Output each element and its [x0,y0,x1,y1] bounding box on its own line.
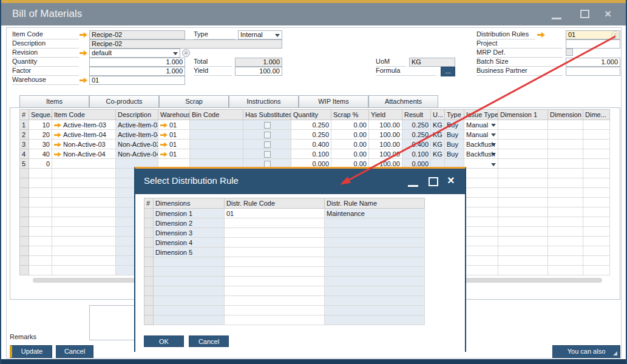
empty-cell[interactable] [498,207,548,217]
dimension-cell[interactable]: Dimension 5 [154,248,225,257]
empty-cell[interactable] [464,256,498,266]
empty-cell[interactable] [29,227,52,237]
empty-cell[interactable] [498,188,548,198]
col-header-dimension-1[interactable]: Dimension 1 [498,110,548,120]
description-cell[interactable]: Active-Item-03 [116,120,158,130]
warehouse-cell[interactable]: 01 [158,140,190,149]
col-header-result[interactable]: Result [402,110,431,120]
link-arrow-icon[interactable] [54,143,61,147]
empty-cell[interactable] [225,286,325,296]
empty-cell[interactable] [498,178,548,188]
empty-cell[interactable] [225,257,325,267]
formula-browse-button[interactable]: ... [441,67,455,76]
empty-cell[interactable] [498,237,548,246]
empty-cell[interactable] [583,266,610,275]
yield-field[interactable]: 100.00 [235,67,282,76]
col-header-scrap[interactable]: Scrap % [331,110,369,120]
dimension-1-cell[interactable] [498,159,548,169]
empty-cell[interactable] [583,237,610,246]
empty-cell[interactable] [52,266,116,275]
substitute-checkbox[interactable] [264,122,271,129]
dialog-maximize-button[interactable] [424,169,442,194]
dimension-2-cell[interactable] [548,140,583,149]
you-can-also-button[interactable]: You can also [552,345,620,358]
quantity-cell[interactable]: 0.250 [291,120,331,130]
empty-cell[interactable] [325,315,425,325]
col-header-warehouse[interactable]: Warehouse [158,110,190,120]
dimension-cell[interactable]: Dimension 1 [154,209,225,218]
rule-code-cell[interactable] [225,248,325,257]
scrap-cell[interactable]: 0.00 [331,130,369,140]
rule-name-cell[interactable] [325,228,425,238]
dime-cell[interactable] [583,140,610,149]
empty-cell[interactable] [498,169,548,178]
empty-cell[interactable] [548,188,583,198]
empty-cell[interactable] [52,237,116,246]
empty-cell[interactable] [583,198,610,207]
empty-cell[interactable] [464,188,498,198]
col-header-dime[interactable]: Dime... [583,110,610,120]
description-cell[interactable]: Active-Item-04 [116,130,158,140]
dimension-2-cell[interactable] [548,120,583,130]
description-cell[interactable]: Non-Active-03 [116,140,158,149]
empty-cell[interactable] [548,217,583,227]
empty-cell[interactable] [29,198,52,207]
empty-cell[interactable] [52,227,116,237]
rule-name-cell[interactable] [325,238,425,248]
empty-cell[interactable] [29,237,52,246]
empty-cell[interactable] [325,296,425,306]
minimize-button[interactable] [547,3,566,25]
empty-cell[interactable] [583,178,610,188]
close-button[interactable]: × [601,3,619,25]
distribution-rules-list-icon[interactable]: ≡ [611,31,619,39]
rule-name-cell[interactable]: Maintenance [325,209,425,218]
empty-cell[interactable] [225,296,325,306]
empty-cell[interactable] [225,306,325,315]
empty-cell[interactable] [583,227,610,237]
empty-cell[interactable] [464,207,498,217]
empty-cell[interactable] [154,267,225,277]
empty-cell[interactable] [548,178,583,188]
dimension-1-cell[interactable] [498,149,548,159]
type-dropdown[interactable]: Internal [238,30,282,39]
quantity-field[interactable]: 1.000 [89,58,185,67]
item-code-cell[interactable]: Non-Active-04 [52,149,116,159]
empty-cell[interactable] [498,217,548,227]
yield-cell[interactable]: 100.00 [369,140,402,149]
item-code-cell[interactable] [52,159,116,169]
maximize-button[interactable] [575,3,594,25]
dime-cell[interactable] [583,159,610,169]
quantity-cell[interactable]: 0.400 [291,140,331,149]
warehouse-cell[interactable]: 01 [158,120,190,130]
empty-cell[interactable] [52,188,116,198]
rule-code-cell[interactable]: 01 [225,209,325,218]
empty-cell[interactable] [464,169,498,178]
empty-cell[interactable] [325,267,425,277]
dimension-1-cell[interactable] [498,120,548,130]
empty-cell[interactable] [52,256,116,266]
col-header-rule-name[interactable]: Distr. Rule Name [325,198,425,209]
col-header-num[interactable]: # [20,110,29,120]
item-code-field[interactable]: Recipe-02 [89,30,185,39]
issue-type-cell[interactable]: Manual [464,120,498,130]
dialog-cancel-button[interactable]: Cancel [189,335,229,347]
rule-code-cell[interactable] [225,218,325,228]
dime-cell[interactable] [583,149,610,159]
empty-cell[interactable] [225,315,325,325]
empty-cell[interactable] [548,227,583,237]
dialog-close-button[interactable]: × [444,169,462,194]
empty-cell[interactable] [52,178,116,188]
bin-code-cell[interactable] [190,120,243,130]
mrp-def-checkbox[interactable] [566,49,573,56]
issue-type-cell[interactable]: Backflush [464,149,498,159]
project-field[interactable] [566,39,620,49]
empty-cell[interactable] [29,207,52,217]
col-header-bin-code[interactable]: Bin Code [190,110,243,120]
col-header-yield[interactable]: Yield [369,110,402,120]
empty-cell[interactable] [583,246,610,256]
empty-cell[interactable] [154,286,225,296]
item-code-cell[interactable]: Active-Item-04 [52,130,116,140]
has-substitutes-cell[interactable] [243,130,291,140]
warehouse-cell[interactable]: 01 [158,130,190,140]
empty-cell[interactable] [325,257,425,267]
